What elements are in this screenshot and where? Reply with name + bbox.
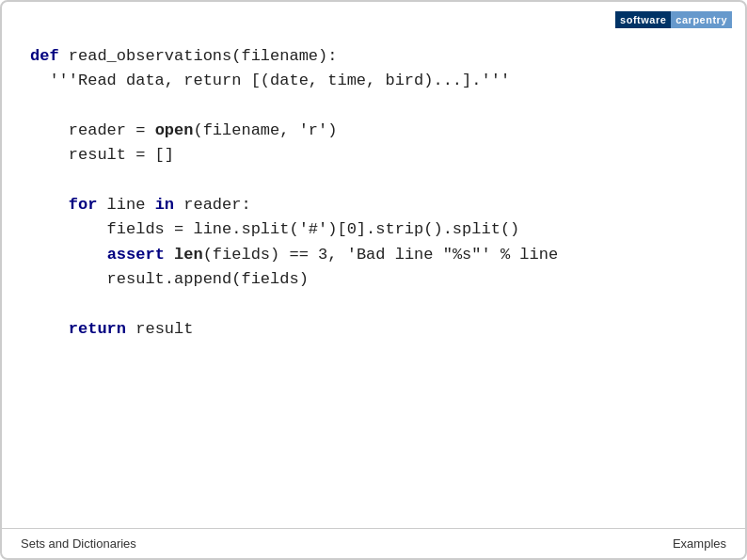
footer: Sets and Dictionaries Examples: [2, 528, 745, 558]
keyword-return: return: [69, 320, 126, 338]
keyword-def: def: [30, 47, 59, 65]
keyword-for: for: [69, 196, 98, 214]
logo-carpentry: carpentry: [671, 11, 732, 28]
code-area: def read_observations(filename): '''Read…: [2, 2, 745, 558]
slide-container: software carpentry def read_observations…: [0, 0, 747, 560]
code-block: def read_observations(filename): '''Read…: [30, 44, 717, 342]
footer-right-label: Examples: [673, 536, 726, 551]
keyword-len: len: [174, 246, 203, 264]
keyword-assert: assert: [107, 246, 165, 264]
keyword-in: in: [155, 196, 174, 214]
logo-area: software carpentry: [615, 11, 732, 28]
keyword-open: open: [155, 121, 194, 139]
logo-software: software: [615, 11, 671, 28]
footer-left-label: Sets and Dictionaries: [21, 536, 136, 551]
